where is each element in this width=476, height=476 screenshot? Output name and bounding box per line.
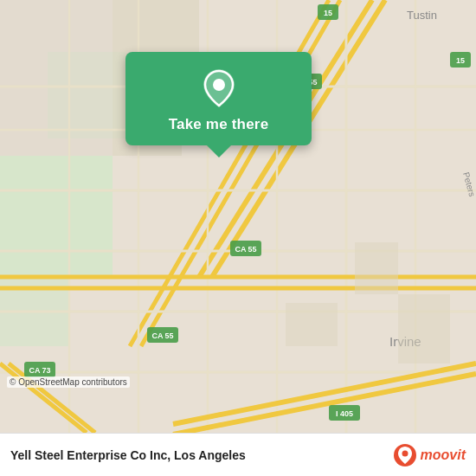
svg-point-51 bbox=[402, 450, 408, 456]
location-title: Yell Steel Enterprise Co Inc, Los Angele… bbox=[10, 448, 246, 462]
moovit-brand-icon bbox=[393, 443, 417, 467]
moovit-text: moovit bbox=[421, 447, 466, 463]
moovit-logo: moovit bbox=[393, 443, 466, 467]
take-me-there-label: Take me there bbox=[169, 116, 269, 133]
svg-rect-47 bbox=[355, 242, 398, 294]
svg-text:CA 55: CA 55 bbox=[235, 245, 256, 254]
bottom-bar: Yell Steel Enterprise Co Inc, Los Angele… bbox=[0, 433, 476, 476]
svg-text:15: 15 bbox=[324, 9, 332, 17]
popup-card[interactable]: Take me there bbox=[125, 52, 312, 145]
svg-text:15: 15 bbox=[456, 56, 465, 65]
svg-rect-5 bbox=[0, 0, 113, 156]
svg-rect-48 bbox=[398, 294, 450, 363]
osm-credit: © OpenStreetMap contributors bbox=[7, 376, 130, 388]
svg-text:CA 73: CA 73 bbox=[29, 366, 50, 375]
svg-rect-1 bbox=[0, 156, 113, 277]
svg-text:I 405: I 405 bbox=[336, 409, 353, 418]
location-pin-icon bbox=[198, 68, 240, 109]
svg-text:Tustin: Tustin bbox=[407, 9, 437, 22]
map-container: CA 55 CA 55 CA 55 15 15 CA 73 I 405 Tust… bbox=[0, 0, 476, 433]
svg-text:CA 55: CA 55 bbox=[151, 331, 173, 340]
svg-point-49 bbox=[213, 79, 225, 91]
svg-rect-46 bbox=[286, 303, 338, 346]
